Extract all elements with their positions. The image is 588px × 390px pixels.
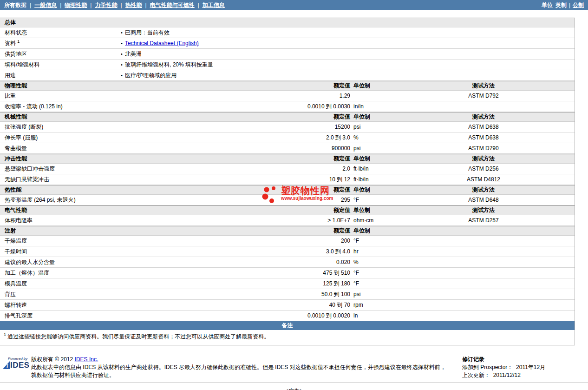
property-value: 475 到 510 bbox=[276, 269, 350, 277]
bullet-icon: • bbox=[118, 73, 125, 78]
property-unit: °F bbox=[350, 270, 435, 276]
ad-placeholder: <广告> bbox=[0, 383, 588, 390]
nav-item-5[interactable]: 电气性能与可燃性 bbox=[150, 2, 195, 8]
section-header-2: 冲击性能额定值单位制测试方法 bbox=[0, 154, 575, 164]
nav-item-separator: | bbox=[30, 2, 31, 8]
section-header-4: 电气性能额定值单位制测试方法 bbox=[0, 205, 575, 215]
property-value: 已商用：当前有效 bbox=[125, 29, 170, 37]
footnote: 1 通过这些链接您能够访问供应商资料。我们尽量保证及时更新资料；不过您可以从供应… bbox=[0, 330, 575, 345]
property-row: 热变形温度 (264 psi, 未退火)295°FASTM D648 bbox=[0, 195, 575, 205]
property-label: 供货地区 bbox=[0, 50, 118, 58]
property-label: 收缩率 - 流动 (0.125 in) bbox=[0, 103, 276, 111]
footer-text: 版权所有 © 2012 IDES Inc. 此数据表中的信息由 IDES 从该材… bbox=[31, 356, 457, 379]
unit-switcher: 单位英制|公制 bbox=[542, 1, 584, 9]
property-label: 比重 bbox=[0, 92, 276, 100]
bullet-icon: • bbox=[118, 51, 125, 57]
property-unit: psi bbox=[350, 291, 435, 297]
nav-item-6[interactable]: 加工信息 bbox=[203, 2, 225, 8]
nav-item-separator: | bbox=[145, 2, 147, 8]
col-header-rated: 额定值 bbox=[276, 227, 350, 235]
disclaimer-line2: 就数据值与材料供应商进行验证。 bbox=[31, 371, 457, 379]
property-label: 弯曲模量 bbox=[0, 145, 276, 152]
revision-updated-label: 上次更新： bbox=[462, 372, 490, 378]
test-method: ASTM D638 bbox=[435, 124, 532, 130]
bullet-icon: • bbox=[118, 30, 125, 35]
section-title: 冲击性能 bbox=[0, 155, 276, 163]
col-header-unit: 单位制 bbox=[350, 82, 435, 90]
property-row: 悬壁梁缺口冲击强度2.0ft·lb/inASTM D256 bbox=[0, 164, 575, 174]
property-value: > 1.0E+7 bbox=[276, 217, 350, 224]
property-value: Technical Datasheet (English) bbox=[125, 40, 199, 46]
col-header-rated: 额定值 bbox=[276, 155, 350, 163]
test-method: ASTM D638 bbox=[435, 134, 532, 141]
footnote-text: 通过这些链接您能够访问供应商资料。我们尽量保证及时更新资料；不过您可以从供应商处… bbox=[7, 333, 269, 340]
property-row: 干燥时间3.0 到 4.0hr bbox=[0, 246, 575, 257]
unit-english: 英制 bbox=[555, 2, 567, 8]
property-unit: °F bbox=[350, 280, 435, 287]
col-header-test: 测试方法 bbox=[435, 155, 532, 163]
nav-item-3[interactable]: 力学性能 bbox=[95, 2, 117, 8]
unit-metric-link[interactable]: 公制 bbox=[573, 2, 584, 8]
col-header-unit: 单位制 bbox=[350, 113, 435, 121]
property-unit: hr bbox=[350, 248, 435, 255]
section-header-0: 物理性能额定值单位制测试方法 bbox=[0, 81, 575, 91]
col-header-test: 测试方法 bbox=[435, 113, 532, 121]
section-title: 电气性能 bbox=[0, 206, 276, 214]
property-row: 模具温度125 到 180°F bbox=[0, 278, 575, 289]
property-label: 悬壁梁缺口冲击强度 bbox=[0, 165, 276, 173]
property-unit: % bbox=[350, 134, 435, 141]
col-header-unit: 单位制 bbox=[350, 155, 435, 163]
revision-record: 修订记录 添加到 Prospector： 2011年12月 上次更新： 2011… bbox=[462, 356, 545, 379]
property-unit: ft·lb/in bbox=[350, 176, 435, 183]
property-unit: % bbox=[350, 259, 435, 265]
property-label: 材料状态 bbox=[0, 29, 118, 37]
property-unit: °F bbox=[350, 238, 435, 244]
property-row: 伸长率 (屈服)2.0 到 3.0%ASTM D638 bbox=[0, 132, 575, 143]
property-row: 加工（熔体）温度475 到 510°F bbox=[0, 268, 575, 278]
section-title: 热性能 bbox=[0, 186, 276, 194]
nav-item-2[interactable]: 物理性能 bbox=[65, 2, 87, 8]
property-row: 排气孔深度0.0010 到 0.0020in bbox=[0, 311, 575, 321]
test-method: ASTM D4812 bbox=[435, 176, 532, 183]
property-unit: ft·lb/in bbox=[350, 165, 435, 172]
col-header-rated: 额定值 bbox=[276, 206, 350, 214]
nav-item-4[interactable]: 热性能 bbox=[125, 2, 142, 8]
datasheet-link[interactable]: Technical Datasheet (English) bbox=[125, 40, 199, 46]
property-label: 螺杆转速 bbox=[0, 301, 276, 309]
property-value: 0.020 bbox=[276, 259, 350, 265]
property-row: 干燥温度200°F bbox=[0, 236, 575, 246]
units-label: 单位 bbox=[542, 2, 553, 8]
test-method: ASTM D792 bbox=[435, 93, 532, 99]
bullet-icon: • bbox=[118, 62, 125, 67]
col-header-rated: 额定值 bbox=[276, 186, 350, 194]
datasheet-table: 总体材料状态•已商用：当前有效资料 1•Technical Datasheet … bbox=[0, 18, 575, 345]
property-row: 建议的最大水分含量0.020% bbox=[0, 257, 575, 268]
property-unit: in/in bbox=[350, 103, 435, 110]
property-unit: psi bbox=[350, 124, 435, 130]
nav-item-1[interactable]: 一般信息 bbox=[34, 2, 57, 8]
powered-by-label: Powered by bbox=[8, 357, 31, 361]
disclaimer-line1: 此数据表中的信息由 IDES 从该材料的生产商处获得。IDES 尽最大努力确保此… bbox=[31, 364, 457, 371]
revision-updated-value: 2011/12/12 bbox=[493, 372, 521, 378]
copyright-line: 版权所有 © 2012 IDES Inc. bbox=[31, 356, 457, 364]
footnote-number: 1 bbox=[4, 332, 6, 337]
unit-separator: | bbox=[569, 2, 570, 8]
revision-updated: 上次更新： 2011/12/12 bbox=[462, 371, 545, 379]
property-label: 热变形温度 (264 psi, 未退火) bbox=[0, 196, 276, 204]
ides-inc-link[interactable]: IDES Inc. bbox=[75, 356, 98, 363]
general-row: 用途•医疗/护理领域的应用 bbox=[0, 70, 575, 81]
col-header-unit: 单位制 bbox=[350, 227, 435, 235]
property-value: 0.0010 到 0.0030 bbox=[276, 103, 350, 111]
section-title: 注射 bbox=[0, 227, 276, 235]
section-header-3: 热性能额定值单位制测试方法 bbox=[0, 185, 575, 195]
test-method: ASTM D256 bbox=[435, 165, 532, 172]
nav-item-0: 所有数据 bbox=[4, 2, 26, 8]
property-label: 干燥时间 bbox=[0, 248, 276, 256]
property-unit: °F bbox=[350, 197, 435, 203]
property-unit: rpm bbox=[350, 302, 435, 308]
property-row: 比重1.29ASTM D792 bbox=[0, 91, 575, 101]
property-row: 收缩率 - 流动 (0.125 in)0.0010 到 0.0030in/in bbox=[0, 101, 575, 112]
copyright-prefix: 版权所有 © 2012 bbox=[31, 356, 75, 363]
property-value: 3.0 到 4.0 bbox=[276, 248, 350, 256]
notes-title: 备注 bbox=[282, 322, 293, 329]
